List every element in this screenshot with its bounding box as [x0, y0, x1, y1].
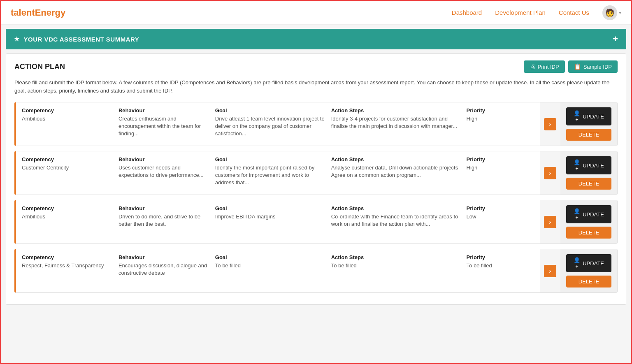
- goal-cell: Goal Drive atleast 1 team level innovati…: [215, 107, 331, 141]
- competency-cell: Competency Respect, Fairness & Transpare…: [22, 254, 118, 287]
- user-plus-icon: 👤+: [574, 159, 580, 172]
- goal-value: Improve EBITDA margins: [215, 213, 328, 220]
- behaviour-label: Behaviour: [118, 107, 212, 114]
- idp-rows-container: Competency Ambitious Behaviour Creates e…: [14, 102, 618, 293]
- action-steps-label: Action Steps: [331, 107, 463, 114]
- goal-value: Drive atleast 1 team level innovation pr…: [215, 115, 328, 138]
- expand-arrow[interactable]: ›: [540, 151, 560, 195]
- competency-cell: Competency Ambitious: [22, 205, 118, 239]
- priority-label: Priority: [467, 107, 531, 114]
- goal-label: Goal: [215, 107, 328, 114]
- arrow-button[interactable]: ›: [544, 118, 556, 130]
- competency-label: Competency: [22, 254, 115, 260]
- idp-row: Competency Ambitious Behaviour Creates e…: [14, 102, 618, 146]
- expand-arrow[interactable]: ›: [540, 249, 560, 292]
- action-steps-label: Action Steps: [331, 156, 463, 162]
- user-plus-icon: 👤+: [574, 110, 580, 123]
- idp-content: Competency Ambitious Behaviour Creates e…: [16, 102, 540, 146]
- navigation: Dashboard Development Plan Contact Us 🧑 …: [452, 5, 621, 20]
- priority-cell: Priority Low: [467, 205, 534, 239]
- goal-label: Goal: [215, 254, 328, 260]
- idp-actions: 👤+ UPDATE DELETE: [560, 249, 617, 292]
- vdc-title-text: YOUR VDC ASSESSMENT SUMMARY: [24, 36, 139, 43]
- nav-development-plan[interactable]: Development Plan: [495, 9, 546, 16]
- sample-idp-button[interactable]: Sample IDP: [568, 60, 618, 73]
- goal-label: Goal: [215, 205, 328, 211]
- competency-cell: Competency Customer Centricity: [22, 156, 118, 190]
- delete-button[interactable]: DELETE: [566, 227, 611, 239]
- arrow-button[interactable]: ›: [544, 216, 556, 228]
- competency-label: Competency: [22, 156, 115, 162]
- update-button[interactable]: 👤+ UPDATE: [566, 156, 611, 174]
- avatar: 🧑: [602, 5, 617, 20]
- sample-icon: [574, 63, 581, 70]
- idp-actions: 👤+ UPDATE DELETE: [560, 102, 617, 146]
- arrow-button[interactable]: ›: [544, 167, 556, 179]
- behaviour-value: Encourages discussion, dialogue and cons…: [118, 262, 212, 277]
- action-plan-title: ACTION PLAN: [14, 63, 65, 71]
- idp-row: Competency Ambitious Behaviour Driven to…: [14, 200, 618, 244]
- vdc-banner-title: ★ YOUR VDC ASSESSMENT SUMMARY: [14, 35, 139, 43]
- expand-arrow[interactable]: ›: [540, 200, 560, 243]
- goal-cell: Goal Improve EBITDA margins: [215, 205, 331, 239]
- action-steps-cell: Action Steps Analyse customer data, Dril…: [331, 156, 467, 190]
- idp-row: Competency Respect, Fairness & Transpare…: [14, 249, 618, 293]
- user-plus-icon: 👤+: [574, 257, 580, 269]
- action-steps-cell: Action Steps Co-ordinate with the Financ…: [331, 205, 467, 239]
- behaviour-value: Driven to do more, and strive to be bett…: [118, 213, 212, 228]
- user-plus-icon: 👤+: [574, 208, 580, 220]
- priority-label: Priority: [467, 254, 531, 260]
- chevron-down-icon: ▾: [619, 10, 621, 16]
- delete-button[interactable]: DELETE: [566, 178, 611, 190]
- delete-button[interactable]: DELETE: [566, 129, 611, 141]
- priority-cell: Priority High: [467, 156, 534, 190]
- nav-dashboard[interactable]: Dashboard: [452, 9, 482, 16]
- priority-cell: Priority High: [467, 107, 534, 141]
- logo-brand: Energy: [35, 7, 66, 18]
- print-idp-button[interactable]: Print IDP: [524, 60, 565, 73]
- logo-static: talent: [11, 7, 35, 18]
- priority-label: Priority: [467, 205, 531, 211]
- competency-value: Respect, Fairness & Transparency: [22, 262, 115, 269]
- behaviour-value: Creates enthusiasm and encouragement wit…: [118, 115, 212, 138]
- print-icon: [530, 63, 535, 70]
- priority-value: High: [467, 164, 531, 172]
- update-button[interactable]: 👤+ UPDATE: [566, 107, 611, 125]
- idp-content: Competency Customer Centricity Behaviour…: [16, 151, 540, 195]
- logo: talentEnergy: [11, 7, 65, 18]
- action-steps-cell: Action Steps Identify 3-4 projects for c…: [331, 107, 467, 141]
- user-dropdown[interactable]: 🧑 ▾: [602, 5, 621, 20]
- expand-arrow[interactable]: ›: [540, 102, 560, 146]
- behaviour-cell: Behaviour Uses customer needs and expect…: [118, 156, 215, 190]
- competency-label: Competency: [22, 205, 115, 211]
- header: talentEnergy Dashboard Development Plan …: [1, 1, 631, 25]
- behaviour-cell: Behaviour Driven to do more, and strive …: [118, 205, 215, 239]
- competency-value: Ambitious: [22, 213, 115, 220]
- vdc-banner: ★ YOUR VDC ASSESSMENT SUMMARY +: [6, 29, 626, 49]
- goal-value: To be filled: [215, 262, 328, 269]
- vdc-expand-button[interactable]: +: [613, 34, 618, 44]
- priority-label: Priority: [467, 156, 531, 162]
- goal-value: Identify the most important point raised…: [215, 164, 328, 187]
- update-button[interactable]: 👤+ UPDATE: [566, 205, 611, 223]
- behaviour-value: Uses customer needs and expectations to …: [118, 164, 212, 179]
- delete-button[interactable]: DELETE: [566, 276, 611, 287]
- sample-idp-label: Sample IDP: [583, 64, 612, 70]
- competency-cell: Competency Ambitious: [22, 107, 118, 141]
- arrow-button[interactable]: ›: [544, 265, 556, 277]
- competency-value: Customer Centricity: [22, 164, 115, 172]
- priority-cell: Priority To be filled: [467, 254, 534, 287]
- update-button[interactable]: 👤+ UPDATE: [566, 254, 611, 272]
- action-steps-value: Analyse customer data, Drill down action…: [331, 164, 463, 179]
- competency-label: Competency: [22, 107, 115, 114]
- priority-value: Low: [467, 213, 531, 220]
- behaviour-label: Behaviour: [118, 205, 212, 211]
- behaviour-cell: Behaviour Encourages discussion, dialogu…: [118, 254, 215, 287]
- main-content: ACTION PLAN Print IDP Sample IDP Please …: [6, 53, 626, 305]
- goal-cell: Goal Identify the most important point r…: [215, 156, 331, 190]
- action-steps-value: Identify 3-4 projects for customer satis…: [331, 115, 463, 130]
- action-steps-label: Action Steps: [331, 254, 463, 260]
- behaviour-label: Behaviour: [118, 254, 212, 260]
- nav-contact-us[interactable]: Contact Us: [559, 9, 589, 16]
- print-idp-label: Print IDP: [538, 64, 559, 70]
